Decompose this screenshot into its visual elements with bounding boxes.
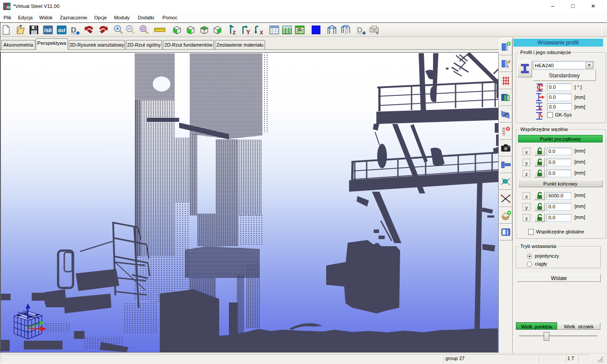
- svg-text:D: D: [373, 28, 376, 32]
- svg-text:dxf: dxf: [58, 28, 66, 33]
- svg-text:D: D: [71, 26, 76, 34]
- svg-text:Y: Y: [246, 29, 250, 36]
- svg-text:D: D: [357, 26, 362, 34]
- svg-text:x: x: [260, 29, 263, 36]
- svg-text:3D: 3D: [7, 6, 11, 9]
- svg-text:z: z: [233, 29, 236, 36]
- svg-text:isb: isb: [44, 27, 52, 33]
